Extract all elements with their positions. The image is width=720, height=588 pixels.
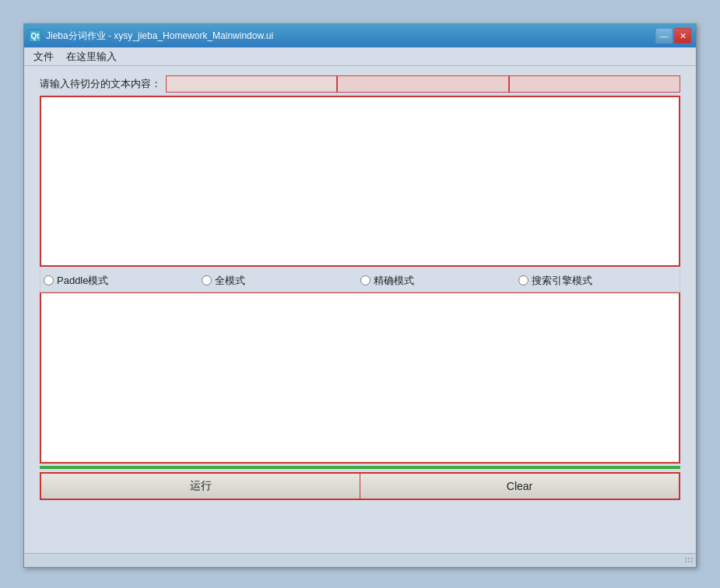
run-button[interactable]: 运行 xyxy=(41,474,360,499)
radio-search-label: 搜索引擎模式 xyxy=(532,274,592,288)
radio-full-label: 全模式 xyxy=(215,274,245,288)
clear-button[interactable]: Clear xyxy=(360,474,679,499)
input-header-row: 请输入待切分的文本内容： xyxy=(40,75,680,93)
text-output[interactable] xyxy=(40,292,680,464)
radio-paddle-label: Paddle模式 xyxy=(57,274,108,288)
resize-grip xyxy=(683,556,693,565)
radio-search[interactable]: 搜索引擎模式 xyxy=(518,274,676,288)
titlebar: Qt Jieba分词作业 - xysy_jieba_Homework_Mainw… xyxy=(24,24,696,47)
tab-button-1[interactable] xyxy=(166,75,337,93)
grip-dot-6 xyxy=(691,561,693,562)
grip-dot-5 xyxy=(688,561,690,562)
tab-button-3[interactable] xyxy=(509,75,680,93)
radio-exact-label: 精确模式 xyxy=(374,274,414,288)
window-title: Jieba分词作业 - xysy_jieba_Homework_Mainwind… xyxy=(46,30,655,43)
minimize-button[interactable]: — xyxy=(655,28,673,44)
tab-buttons xyxy=(166,75,680,93)
radio-row: Paddle模式 全模式 精确模式 搜索引擎模式 xyxy=(40,269,680,292)
close-button[interactable]: ✕ xyxy=(674,28,691,44)
app-icon-text: Qt xyxy=(30,32,39,40)
grip-dot-4 xyxy=(685,561,687,562)
tab-button-2[interactable] xyxy=(337,75,508,93)
grip-dot-2 xyxy=(688,558,690,559)
grip-dot-1 xyxy=(685,558,687,559)
main-window: Qt Jieba分词作业 - xysy_jieba_Homework_Mainw… xyxy=(23,23,697,568)
radio-exact-input[interactable] xyxy=(360,275,371,285)
button-row: 运行 Clear xyxy=(40,472,680,500)
window-controls: — ✕ xyxy=(655,28,691,44)
content-area: 请输入待切分的文本内容： Paddle模式 全模式 精确模式 xyxy=(24,66,696,509)
statusbar xyxy=(24,553,696,567)
menu-file[interactable]: 文件 xyxy=(27,48,60,65)
radio-paddle[interactable]: Paddle模式 xyxy=(44,274,202,288)
radio-full[interactable]: 全模式 xyxy=(202,274,360,288)
radio-exact[interactable]: 精确模式 xyxy=(360,274,518,288)
green-separator xyxy=(40,466,680,469)
radio-full-input[interactable] xyxy=(202,275,212,285)
app-icon: Qt xyxy=(29,30,41,42)
text-input[interactable] xyxy=(40,96,680,267)
menu-input[interactable]: 在这里输入 xyxy=(60,48,123,65)
grip-dot-3 xyxy=(691,558,693,559)
input-label: 请输入待切分的文本内容： xyxy=(40,77,161,91)
radio-search-input[interactable] xyxy=(518,275,529,285)
menubar: 文件 在这里输入 xyxy=(24,47,696,66)
radio-paddle-input[interactable] xyxy=(44,275,54,285)
